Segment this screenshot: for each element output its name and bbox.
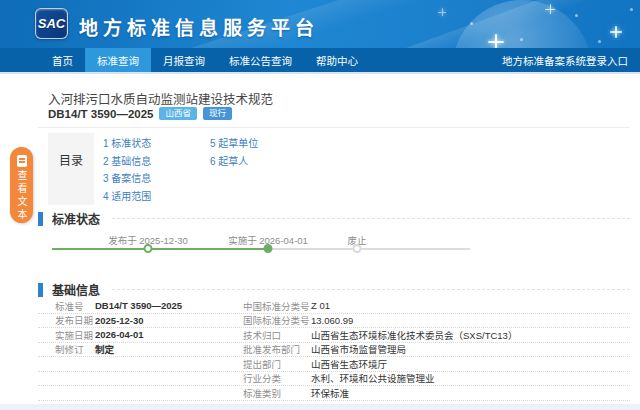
status-section-header: 标准状态 (38, 211, 630, 226)
field-label: 批准发布部门 (243, 343, 311, 357)
table-row: 行业分类 水利、环境和公共设施管理业 (38, 372, 630, 387)
field-label: 标准类别 (243, 386, 311, 400)
nav-item-monthly-report[interactable]: 月报查询 (151, 48, 217, 72)
field-value: 2026-04-01 (95, 329, 243, 340)
deco-dot (598, 40, 601, 43)
province-badge: 山西省 (159, 107, 197, 120)
timeline-node-published (144, 244, 153, 253)
timeline-node-implemented (264, 244, 273, 253)
site-header: SAC 地方标准信息服务平台 (0, 0, 640, 48)
toc-link-drafting-unit[interactable]: 5 起草单位 (210, 135, 258, 153)
view-text-label: 查看文本 (15, 170, 28, 222)
sparkle-icon (545, 4, 555, 14)
section-rule (112, 289, 630, 290)
field-value: 水利、环境和公共设施管理业 (311, 372, 630, 386)
main-nav: 首页 标准查询 月报查询 标准公告查询 帮助中心 地方标准备案系统登录入口 (0, 48, 640, 74)
status-section-title: 标准状态 (52, 210, 100, 227)
filing-system-login-link[interactable]: 地方标准备案系统登录入口 (502, 48, 640, 72)
basic-info-section-header: 基础信息 (38, 282, 630, 297)
site-title: 地方标准信息服务平台 (79, 13, 319, 40)
field-label: 标准号 (38, 299, 95, 313)
toc-link-standard-status[interactable]: 1 标准状态 (103, 135, 151, 153)
status-timeline: 发布于 2025-12-30 实施于 2026-04-01 废止 (38, 233, 630, 263)
field-value: 山西省生态环境标准化技术委员会（SXS/TC13） (311, 328, 630, 342)
deco-dot (470, 22, 473, 25)
field-value: DB14/T 3590—2025 (95, 300, 243, 311)
field-value: Z 01 (311, 300, 630, 311)
basic-info-table: 标准号 DB14/T 3590—2025 中国标准分类号 Z 01 发布日期 2… (38, 299, 630, 401)
table-row: 标准号 DB14/T 3590—2025 中国标准分类号 Z 01 (38, 299, 630, 314)
sparkle-icon (610, 26, 622, 38)
table-row: 发布日期 2025-12-30 国际标准分类号 13.060.99 (38, 314, 630, 329)
field-value: 制定 (95, 343, 243, 357)
field-label: 中国标准分类号 (243, 299, 311, 313)
basic-info-section-title: 基础信息 (52, 281, 100, 298)
toc-column-2: 5 起草单位 6 起草人 (210, 135, 258, 170)
table-row: 制修订 制定 批准发布部门 山西省市场监督管理局 (38, 343, 630, 358)
document-icon (17, 155, 27, 167)
toc-link-basic-info[interactable]: 2 基础信息 (103, 153, 151, 171)
sac-logo[interactable]: SAC (35, 8, 68, 39)
toc-link-scope[interactable]: 4 适用范围 (103, 188, 151, 206)
field-value: 2025-12-30 (95, 315, 243, 326)
sparkle-icon (438, 8, 446, 16)
field-value: 山西省生态环境厅 (311, 357, 630, 371)
section-accent-bar (38, 212, 43, 226)
field-label: 国际标准分类号 (243, 314, 311, 328)
toc-link-drafters[interactable]: 6 起草人 (210, 153, 258, 171)
footer-strip (0, 404, 640, 410)
sparkle-icon (488, 34, 504, 48)
toc-title: 目录 (59, 151, 83, 168)
deco-dot (520, 38, 523, 41)
field-label: 提出部门 (243, 357, 311, 371)
toc-column-1: 1 标准状态 2 基础信息 3 备案信息 4 适用范围 (103, 135, 151, 205)
deco-dot (630, 8, 633, 11)
current-status-badge: 现行 (203, 107, 232, 120)
section-rule (112, 218, 630, 219)
nav-item-announcement-search[interactable]: 标准公告查询 (217, 48, 304, 72)
standard-code: DB14/T 3590—2025 (48, 108, 153, 120)
field-value: 山西省市场监督管理局 (311, 343, 630, 357)
sac-logo-text: SAC (38, 16, 65, 31)
field-label: 实施日期 (38, 328, 95, 342)
field-label: 发布日期 (38, 314, 95, 328)
view-text-tab[interactable]: 查看文本 (10, 147, 33, 223)
table-row: 实施日期 2026-04-01 技术归口 山西省生态环境标准化技术委员会（SXS… (38, 328, 630, 343)
timeline-progress-line (52, 248, 268, 250)
table-row: 提出部门 山西省生态环境厅 (38, 357, 630, 372)
field-label: 制修订 (38, 343, 95, 357)
standard-title: 入河排污口水质自动监测站建设技术规范 (48, 89, 273, 108)
field-label: 技术归口 (243, 328, 311, 342)
nav-item-standard-search[interactable]: 标准查询 (85, 48, 151, 72)
standard-code-row: DB14/T 3590—2025 山西省 现行 (48, 107, 232, 120)
toc-label-box: 目录 (48, 133, 94, 205)
timeline-remaining-line (268, 248, 470, 250)
nav-item-home[interactable]: 首页 (40, 48, 85, 72)
table-row: 标准类别 环保标准 (38, 386, 630, 401)
field-value: 13.060.99 (311, 315, 630, 326)
divider (38, 127, 630, 128)
deco-dot (575, 14, 578, 17)
nav-item-help-center[interactable]: 帮助中心 (304, 48, 370, 72)
section-accent-bar (38, 283, 43, 297)
field-label: 行业分类 (243, 372, 311, 386)
field-value: 环保标准 (311, 386, 630, 400)
timeline-node-abolished (353, 244, 362, 253)
toc-link-filing-info[interactable]: 3 备案信息 (103, 170, 151, 188)
